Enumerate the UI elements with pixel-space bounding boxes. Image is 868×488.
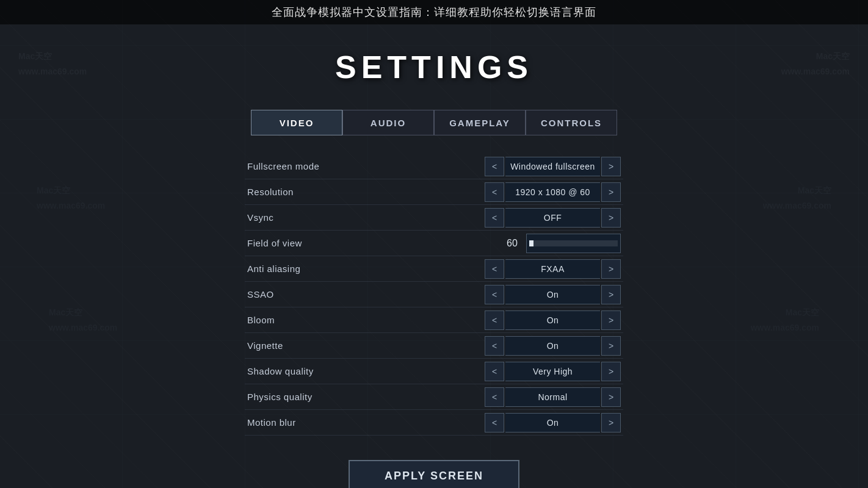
control-fullscreen-mode: < Windowed fullscreen > xyxy=(485,157,621,176)
value-ssao: On xyxy=(505,285,600,304)
label-fullscreen-mode: Fullscreen mode xyxy=(247,161,485,171)
value-anti-aliasing: FXAA xyxy=(505,259,600,279)
value-physics-quality: Normal xyxy=(505,387,600,407)
buttons-section: APPLY SCREEN OK RESET TO DEFAULT xyxy=(278,460,590,488)
settings-panel: Fullscreen mode < Windowed fullscreen > … xyxy=(245,154,623,436)
setting-motion-blur: Motion blur < On > xyxy=(245,410,623,436)
page-title: SETTINGS xyxy=(335,49,533,85)
setting-fov: Field of view 60 xyxy=(245,231,623,256)
next-vignette[interactable]: > xyxy=(601,336,621,356)
setting-vignette: Vignette < On > xyxy=(245,333,623,359)
next-ssao[interactable]: > xyxy=(601,285,621,304)
next-shadow-quality[interactable]: > xyxy=(601,362,621,381)
label-shadow-quality: Shadow quality xyxy=(247,366,485,376)
tab-gameplay[interactable]: GAMEPLAY xyxy=(434,110,526,135)
next-fullscreen-mode[interactable]: > xyxy=(601,157,621,176)
value-vsync: OFF xyxy=(505,208,600,228)
setting-fullscreen-mode: Fullscreen mode < Windowed fullscreen > xyxy=(245,154,623,179)
value-fov: 60 xyxy=(503,238,521,249)
fov-bar-container[interactable] xyxy=(526,234,621,253)
label-motion-blur: Motion blur xyxy=(247,417,485,428)
control-vignette: < On > xyxy=(485,336,621,356)
value-motion-blur: On xyxy=(505,413,600,432)
label-fov: Field of view xyxy=(247,238,503,248)
prev-anti-aliasing[interactable]: < xyxy=(485,259,504,279)
prev-shadow-quality[interactable]: < xyxy=(485,362,504,381)
value-bloom: On xyxy=(505,310,600,330)
label-bloom: Bloom xyxy=(247,315,485,325)
value-fullscreen-mode: Windowed fullscreen xyxy=(505,157,600,176)
next-anti-aliasing[interactable]: > xyxy=(601,259,621,279)
setting-vsync: Vsync < OFF > xyxy=(245,205,623,231)
setting-ssao: SSAO < On > xyxy=(245,282,623,307)
tab-audio[interactable]: AUDIO xyxy=(342,110,434,135)
prev-vignette[interactable]: < xyxy=(485,336,504,356)
label-resolution: Resolution xyxy=(247,187,485,197)
control-anti-aliasing: < FXAA > xyxy=(485,259,621,279)
next-bloom[interactable]: > xyxy=(601,310,621,330)
apply-screen-button[interactable]: APPLY SCREEN xyxy=(349,460,519,488)
setting-shadow-quality: Shadow quality < Very High > xyxy=(245,359,623,384)
value-resolution: 1920 x 1080 @ 60 xyxy=(505,182,600,202)
setting-physics-quality: Physics quality < Normal > xyxy=(245,384,623,410)
prev-motion-blur[interactable]: < xyxy=(485,413,504,432)
control-motion-blur: < On > xyxy=(485,413,621,432)
prev-ssao[interactable]: < xyxy=(485,285,504,304)
control-ssao: < On > xyxy=(485,285,621,304)
value-shadow-quality: Very High xyxy=(505,362,600,381)
prev-fullscreen-mode[interactable]: < xyxy=(485,157,504,176)
control-resolution: < 1920 x 1080 @ 60 > xyxy=(485,182,621,202)
setting-resolution: Resolution < 1920 x 1080 @ 60 > xyxy=(245,179,623,205)
tabs-row: VIDEO AUDIO GAMEPLAY CONTROLS xyxy=(251,110,617,135)
fov-bar-bg xyxy=(529,240,618,246)
control-fov: 60 xyxy=(503,234,621,253)
tab-controls[interactable]: CONTROLS xyxy=(526,110,617,135)
label-vsync: Vsync xyxy=(247,212,485,223)
prev-vsync[interactable]: < xyxy=(485,208,504,228)
label-ssao: SSAO xyxy=(247,289,485,300)
prev-resolution[interactable]: < xyxy=(485,182,504,202)
label-vignette: Vignette xyxy=(247,340,485,351)
setting-bloom: Bloom < On > xyxy=(245,307,623,333)
control-bloom: < On > xyxy=(485,310,621,330)
value-vignette: On xyxy=(505,336,600,356)
control-shadow-quality: < Very High > xyxy=(485,362,621,381)
next-physics-quality[interactable]: > xyxy=(601,387,621,407)
control-vsync: < OFF > xyxy=(485,208,621,228)
control-physics-quality: < Normal > xyxy=(485,387,621,407)
setting-anti-aliasing: Anti aliasing < FXAA > xyxy=(245,256,623,282)
label-anti-aliasing: Anti aliasing xyxy=(247,264,485,274)
prev-bloom[interactable]: < xyxy=(485,310,504,330)
next-resolution[interactable]: > xyxy=(601,182,621,202)
tab-video[interactable]: VIDEO xyxy=(251,110,342,135)
main-container: SETTINGS VIDEO AUDIO GAMEPLAY CONTROLS F… xyxy=(0,24,868,488)
label-physics-quality: Physics quality xyxy=(247,392,485,402)
prev-physics-quality[interactable]: < xyxy=(485,387,504,407)
next-vsync[interactable]: > xyxy=(601,208,621,228)
banner-text: 全面战争模拟器中文设置指南：详细教程助你轻松切换语言界面 xyxy=(272,5,596,20)
top-banner: 全面战争模拟器中文设置指南：详细教程助你轻松切换语言界面 xyxy=(0,0,868,24)
next-motion-blur[interactable]: > xyxy=(601,413,621,432)
fov-bar-fill xyxy=(529,240,533,246)
